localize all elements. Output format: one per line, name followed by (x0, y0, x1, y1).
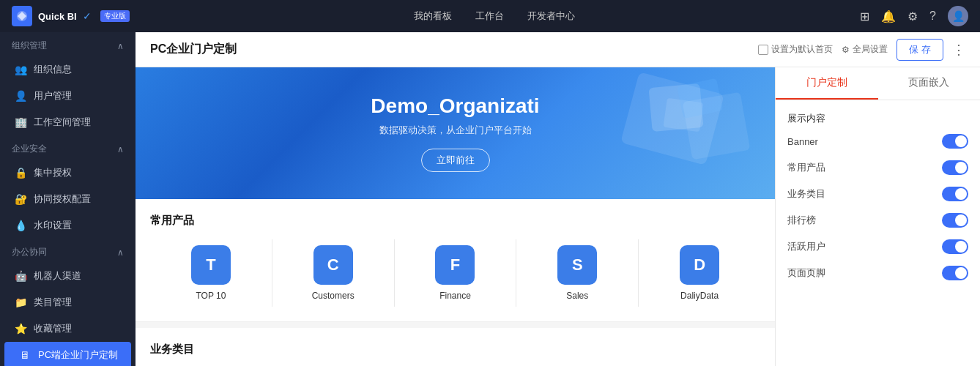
product-letter-customers: C (327, 255, 339, 274)
sidebar-label-category: 类目管理 (34, 296, 72, 309)
sidebar-item-user-manage[interactable]: 👤 用户管理 (0, 83, 136, 109)
banner-decoration-1 (636, 78, 731, 159)
products-title: 常用产品 (150, 214, 760, 228)
nav-dashboard[interactable]: 我的看板 (414, 10, 452, 23)
collab-icon: 🔐 (15, 193, 26, 205)
help-icon[interactable]: ? (929, 10, 936, 23)
watermark-icon: 💧 (15, 220, 26, 231)
logo-text: Quick BI (38, 11, 77, 22)
product-icon-sales: S (557, 245, 597, 285)
sidebar-item-workspace[interactable]: 🏢 工作空间管理 (0, 109, 136, 135)
toggle-label-products: 常用产品 (787, 161, 825, 174)
banner-cta-button[interactable]: 立即前往 (421, 149, 490, 172)
product-item-sales[interactable]: S Sales (516, 239, 639, 307)
gear-icon: ⚙ (842, 45, 850, 55)
save-button[interactable]: 保 存 (897, 39, 943, 61)
panel-tabs: 门户定制 页面嵌入 (776, 67, 980, 100)
bell-icon[interactable]: 🔔 (881, 10, 896, 23)
top-nav-center: 我的看板 工作台 开发者中心 (414, 10, 575, 23)
product-item-dailydata[interactable]: D DaliyData (639, 239, 760, 307)
sidebar-item-robot[interactable]: 🤖 机器人渠道 (0, 263, 136, 289)
sidebar-label-watermark: 水印设置 (34, 219, 72, 232)
toggle-row-products: 常用产品 (787, 160, 968, 175)
toggle-row-active-user: 活跃用户 (787, 239, 968, 254)
sidebar-item-org-info[interactable]: 👥 组织信息 (0, 56, 136, 83)
default-home-check[interactable]: 设置为默认首页 (758, 43, 833, 56)
sidebar-label-user-manage: 用户管理 (34, 89, 72, 102)
page-header-right: 设置为默认首页 ⚙ 全局设置 保 存 ⋮ (758, 39, 965, 61)
product-name-sales: Sales (566, 291, 588, 301)
product-item-finance[interactable]: F Finance (395, 239, 517, 307)
sidebar: 组织管理 ∧ 👥 组织信息 👤 用户管理 🏢 工作空间管理 企业安全 ∧ 🔒 集… (0, 32, 136, 366)
toggle-products[interactable] (942, 160, 968, 175)
panel-content: 展示内容 Banner 常用产品 业务类目 排行榜 (776, 100, 980, 366)
product-item-top10[interactable]: T TOP 10 (150, 239, 272, 307)
toggle-ranking[interactable] (942, 213, 968, 228)
sidebar-item-watermark[interactable]: 💧 水印设置 (0, 212, 136, 239)
toggle-banner[interactable] (942, 134, 968, 149)
sidebar-item-auth[interactable]: 🔒 集中授权 (0, 160, 136, 186)
grid-icon[interactable]: ⊞ (860, 10, 869, 23)
settings-icon[interactable]: ⚙ (907, 10, 918, 23)
toggle-row-footer: 页面页脚 (787, 266, 968, 280)
user-manage-icon: 👤 (15, 90, 26, 102)
nav-workspace[interactable]: 工作台 (475, 10, 504, 23)
sidebar-label-collab-auth: 协同授权配置 (34, 193, 91, 206)
toggle-label-business: 业务类目 (787, 187, 825, 201)
section-org-management[interactable]: 组织管理 ∧ (0, 32, 136, 56)
avatar[interactable]: 👤 (948, 6, 968, 26)
toggle-row-business: 业务类目 (787, 187, 968, 201)
section-label-security: 企业安全 (12, 143, 47, 155)
svg-rect-4 (677, 78, 723, 119)
toggle-business[interactable] (942, 187, 968, 201)
tab-page-embed[interactable]: 页面嵌入 (878, 67, 981, 100)
toggle-active-user[interactable] (942, 239, 968, 254)
collect-icon: ⭐ (15, 323, 26, 335)
chevron-up-icon: ∧ (117, 41, 124, 51)
sidebar-label-portal: PC端企业门户定制 (38, 348, 118, 362)
logo-area: Quick BI ✓ 专业版 (12, 6, 130, 26)
business-section: 业务类目 (136, 328, 775, 366)
category-icon: 📁 (15, 296, 26, 308)
product-letter-sales: S (572, 255, 583, 274)
product-letter-top10: T (206, 255, 215, 274)
more-icon[interactable]: ⋮ (952, 42, 965, 58)
workspace-icon: 🏢 (15, 116, 26, 128)
global-settings-label: 全局设置 (853, 43, 888, 56)
chevron-up-icon-2: ∧ (117, 144, 124, 154)
product-name-top10: TOP 10 (196, 291, 226, 301)
checkbox-icon[interactable] (758, 45, 768, 55)
right-panel: 门户定制 页面嵌入 展示内容 Banner 常用产品 业务类目 (775, 67, 980, 366)
sidebar-item-collect[interactable]: ⭐ 收藏管理 (0, 315, 136, 342)
sidebar-item-portal[interactable]: 🖥 PC端企业门户定制 (4, 342, 131, 366)
global-settings-btn[interactable]: ⚙ 全局设置 (842, 43, 888, 56)
products-section: 常用产品 T TOP 10 C Customers (136, 199, 775, 322)
section-label-org: 组织管理 (12, 40, 47, 52)
sidebar-label-collect: 收藏管理 (34, 322, 72, 335)
section-security[interactable]: 企业安全 ∧ (0, 135, 136, 160)
main-layout: 组织管理 ∧ 👥 组织信息 👤 用户管理 🏢 工作空间管理 企业安全 ∧ 🔒 集… (0, 32, 980, 366)
toggle-footer[interactable] (942, 266, 968, 280)
sidebar-item-category[interactable]: 📁 类目管理 (0, 289, 136, 315)
business-title: 业务类目 (150, 343, 760, 356)
content-area: PC企业门户定制 设置为默认首页 ⚙ 全局设置 保 存 ⋮ (136, 32, 980, 366)
top-nav-right: ⊞ 🔔 ⚙ ? 👤 (860, 6, 968, 26)
nav-developer[interactable]: 开发者中心 (527, 10, 575, 23)
banner: Demo_Organizati 数据驱动决策，从企业门户平台开始 立即前往 (136, 67, 775, 199)
product-icon-customers: C (313, 245, 353, 285)
toggle-label-ranking: 排行榜 (787, 214, 816, 227)
tab-portal-customize[interactable]: 门户定制 (776, 67, 878, 100)
toggle-row-ranking: 排行榜 (787, 213, 968, 228)
product-item-customers[interactable]: C Customers (272, 239, 395, 307)
sidebar-item-collab-auth[interactable]: 🔐 协同授权配置 (0, 186, 136, 212)
product-icon-dailydata: D (680, 245, 719, 285)
portal-icon: 🖥 (19, 349, 31, 361)
product-name-dailydata: DaliyData (680, 291, 719, 301)
default-home-label: 设置为默认首页 (771, 43, 833, 56)
pro-badge: 专业版 (100, 10, 130, 22)
section-collab[interactable]: 办公协同 ∧ (0, 239, 136, 263)
top-nav: Quick BI ✓ 专业版 我的看板 工作台 开发者中心 ⊞ 🔔 ⚙ ? 👤 (0, 0, 980, 32)
product-name-finance: Finance (439, 291, 471, 301)
section-label-collab: 办公协同 (12, 246, 47, 258)
page-header: PC企业门户定制 设置为默认首页 ⚙ 全局设置 保 存 ⋮ (136, 32, 980, 67)
